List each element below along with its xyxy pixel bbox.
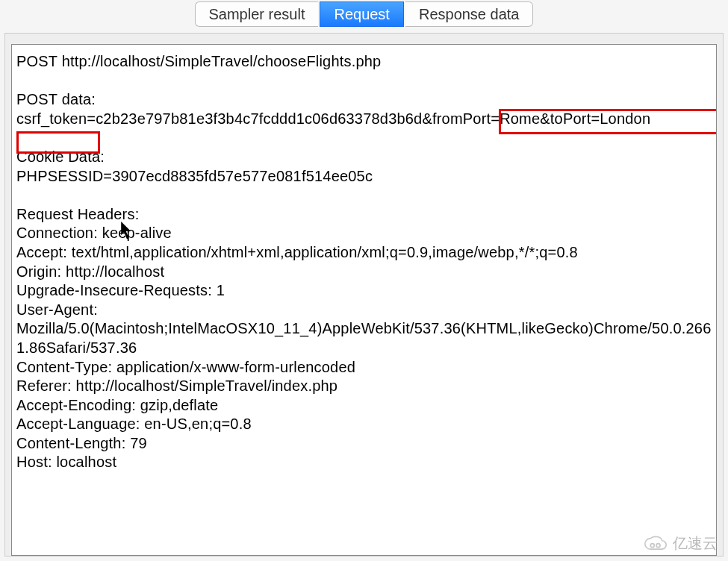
header-referer: Referer: http://localhost/SimpleTravel/i… [16, 377, 337, 394]
cookie-data-label: Cookie Data: [16, 148, 105, 165]
cloud-icon [643, 536, 668, 552]
request-panel-frame: POST http://localhost/SimpleTravel/choos… [4, 33, 724, 557]
post-data-value: csrf_token=c2b23e797b81e3f3b4c7fcddd1c06… [16, 110, 650, 127]
header-accept-language: Accept-Language: en-US,en;q=0.8 [16, 416, 252, 432]
header-content-length: Content-Length: 79 [16, 435, 147, 451]
header-accept: Accept: text/html,application/xhtml+xml,… [16, 244, 578, 260]
watermark: 亿速云 [643, 533, 718, 554]
tab-response-data[interactable]: Response data [405, 1, 534, 27]
tab-sampler-result[interactable]: Sampler result [195, 1, 319, 27]
header-origin: Origin: http://localhost [16, 263, 164, 280]
header-user-agent-label: User-Agent: [16, 301, 98, 318]
header-host: Host: localhost [16, 454, 116, 470]
header-user-agent-value: Mozilla/5.0(Macintosh;IntelMacOSX10_11_4… [16, 320, 712, 356]
header-accept-encoding: Accept-Encoding: gzip,deflate [16, 397, 218, 413]
watermark-text: 亿速云 [673, 533, 718, 554]
header-connection: Connection: keep-alive [16, 225, 172, 241]
cookie-data-value: PHPSESSID=3907ecd8835fd57e577e081f514ee0… [16, 168, 373, 184]
svg-point-0 [650, 543, 654, 547]
tab-request[interactable]: Request [320, 1, 404, 27]
header-upgrade-insecure-requests: Upgrade-Insecure-Requests: 1 [16, 282, 225, 298]
header-content-type: Content-Type: application/x-www-form-url… [16, 359, 355, 375]
svg-point-1 [656, 543, 660, 547]
request-content-panel: POST http://localhost/SimpleTravel/choos… [11, 44, 717, 556]
request-method-line: POST http://localhost/SimpleTravel/choos… [16, 53, 381, 69]
post-data-label: POST data: [16, 91, 96, 107]
request-text: POST http://localhost/SimpleTravel/choos… [16, 52, 712, 472]
tab-bar: Sampler result Request Response data [0, 0, 728, 33]
request-headers-label: Request Headers: [16, 206, 139, 222]
